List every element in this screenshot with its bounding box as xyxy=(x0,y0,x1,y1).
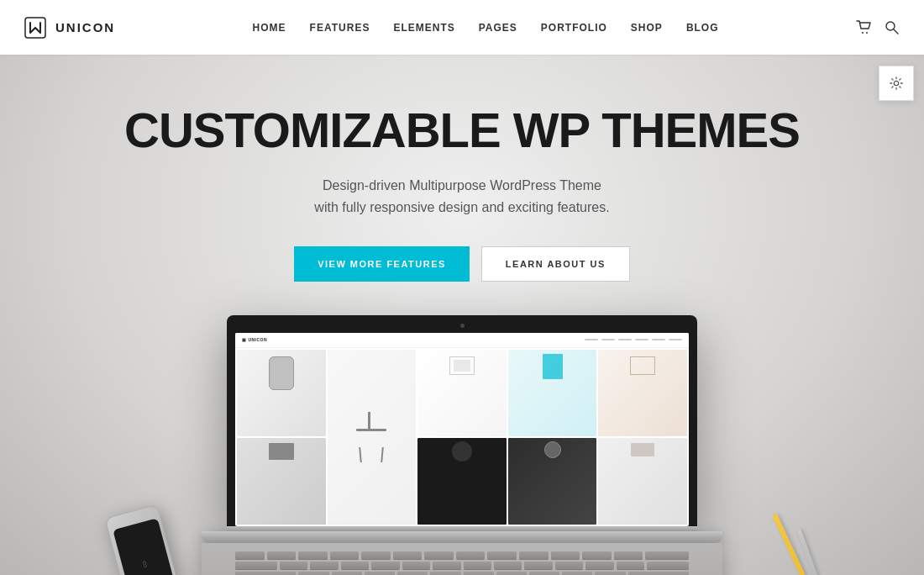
nav-item-pages[interactable]: PAGES xyxy=(479,22,517,34)
nav-item-shop[interactable]: SHOP xyxy=(631,22,663,34)
laptop-bottom-base xyxy=(202,531,722,543)
laptop-keyboard-area xyxy=(202,543,722,575)
hero-title: CUSTOMIZABLE WP THEMES xyxy=(124,105,800,156)
gear-icon xyxy=(889,76,904,91)
svg-point-5 xyxy=(894,81,898,85)
laptop-screen-wrapper: ▣ UNICON xyxy=(227,315,697,526)
nav-item-elements[interactable]: ELEMENTS xyxy=(393,22,454,34)
brand-name: UNICON xyxy=(55,20,115,34)
cart-icon[interactable] xyxy=(856,20,871,35)
phone-mockup:   xyxy=(118,509,172,575)
hero-subtitle-line2: with fully responsive design and excitin… xyxy=(314,200,609,214)
laptop-camera xyxy=(460,324,465,328)
svg-point-2 xyxy=(866,32,868,34)
keyboard xyxy=(202,543,722,575)
search-icon[interactable] xyxy=(885,20,899,34)
nav-item-blog[interactable]: BLOG xyxy=(686,22,719,34)
learn-about-us-button[interactable]: LEARN ABOUT US xyxy=(481,246,630,282)
hero-buttons: VIEW MORE FEATURES LEARN ABOUT US xyxy=(124,246,800,282)
nav-item-home[interactable]: HOME xyxy=(253,22,286,34)
gallery-cell-5 xyxy=(598,350,687,436)
logo-icon xyxy=(24,16,47,40)
header: UNICON HOME FEATURES ELEMENTS PAGES PORT… xyxy=(0,0,924,55)
gallery-cell-8 xyxy=(508,438,597,525)
svg-point-1 xyxy=(862,32,864,34)
svg-point-3 xyxy=(886,22,895,30)
main-nav: HOME FEATURES ELEMENTS PAGES PORTFOLIO S… xyxy=(253,22,719,34)
laptop-base xyxy=(202,526,722,575)
screen-mini-nav: ▣ UNICON xyxy=(235,333,689,348)
gallery-cell-2 xyxy=(328,350,417,525)
svg-line-4 xyxy=(894,29,898,34)
hero-content: CUSTOMIZABLE WP THEMES Design-driven Mul… xyxy=(124,105,800,315)
hero-section: CUSTOMIZABLE WP THEMES Design-driven Mul… xyxy=(0,55,924,575)
gallery-cell-6 xyxy=(237,438,326,525)
laptop-hinge xyxy=(227,526,697,531)
gallery-cell-4 xyxy=(508,350,597,436)
hero-subtitle: Design-driven Multipurpose WordPress The… xyxy=(124,175,800,219)
view-more-features-button[interactable]: VIEW MORE FEATURES xyxy=(294,246,470,282)
hero-subtitle-line1: Design-driven Multipurpose WordPress The… xyxy=(323,178,601,193)
laptop-mockup:   ▣ UNICON xyxy=(168,315,756,575)
gallery-cell-3 xyxy=(417,350,507,436)
nav-icons xyxy=(856,20,899,35)
gallery-cell-9 xyxy=(598,438,687,525)
laptop-screen: ▣ UNICON xyxy=(235,333,689,526)
logo-area[interactable]: UNICON xyxy=(24,16,115,40)
nav-item-portfolio[interactable]: PORTFOLIO xyxy=(541,22,607,34)
nav-item-features[interactable]: FEATURES xyxy=(310,22,370,34)
settings-button[interactable] xyxy=(879,66,914,101)
screen-gallery xyxy=(235,348,689,526)
gallery-cell-1 xyxy=(237,350,326,436)
gallery-cell-7 xyxy=(417,438,507,525)
